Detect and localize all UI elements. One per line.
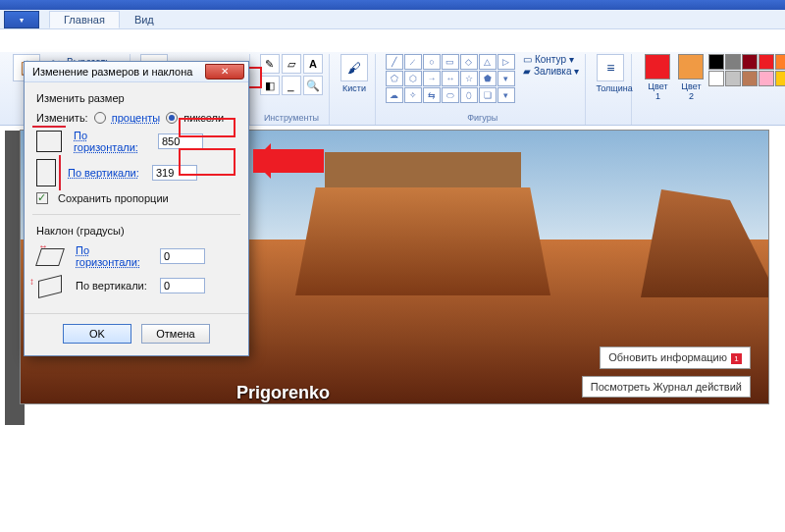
tab-row: ▾ Главная Вид <box>0 10 785 29</box>
skew-v-input[interactable] <box>160 278 205 293</box>
percent-label[interactable]: проценты <box>112 112 161 124</box>
skew-h-icon: ↔ <box>36 244 64 268</box>
palette-swatch[interactable] <box>759 54 774 70</box>
titlebar <box>0 0 785 10</box>
app-menu-button[interactable]: ▾ <box>4 11 39 28</box>
view-activity-log-button[interactable]: Посмотреть Журнал действий <box>582 376 751 398</box>
group-colors: Цвет 1 Цвет 2 <box>636 54 785 125</box>
pencil-tool[interactable]: ✎ <box>260 54 280 74</box>
palette-swatch[interactable] <box>742 54 758 70</box>
palette-swatch[interactable] <box>775 54 785 70</box>
resize-h-icon <box>36 131 62 152</box>
text-tool[interactable]: A <box>303 54 323 74</box>
palette-swatch[interactable] <box>775 71 785 86</box>
group-tools: ✎ ▱ A ◧ ⎯ 🔍 Инструменты <box>254 54 330 125</box>
shape-outline-button[interactable]: ▭Контур▾ <box>523 54 580 65</box>
palette-swatch[interactable] <box>708 54 724 70</box>
eraser-tool[interactable]: ◧ <box>260 76 280 95</box>
keep-ratio-checkbox[interactable] <box>36 192 48 204</box>
fill-icon: ▰ <box>523 66 531 77</box>
dialog-close-button[interactable]: ✕ <box>205 64 244 80</box>
group-thickness: ≡Толщина <box>590 54 632 125</box>
color1-button[interactable]: Цвет 1 <box>642 54 673 101</box>
tab-home[interactable]: Главная <box>49 11 120 28</box>
skew-section-label: Наклон (градусы) <box>36 225 236 237</box>
tab-view[interactable]: Вид <box>120 11 169 28</box>
keep-ratio-label[interactable]: Сохранить пропорции <box>58 192 169 204</box>
skew-h-input[interactable] <box>160 248 205 264</box>
resize-h-input[interactable] <box>158 133 203 149</box>
resize-v-label: По вертикали: <box>68 167 146 179</box>
annotation-arrow <box>253 149 324 173</box>
skew-v-icon: ↕ <box>36 274 64 297</box>
group-shapes: ╱⟋○▭◇△▷ ⬠⬡→↔☆⬟▾ ☁✧⇆⬭⬯❏▾ ▭Контур▾ ▰Заливк… <box>380 54 587 125</box>
shape-fill-button[interactable]: ▰Заливка▾ <box>523 66 580 77</box>
thickness-button[interactable]: ≡Толщина <box>596 54 625 93</box>
palette-swatch[interactable] <box>742 71 758 86</box>
tools-label: Инструменты <box>260 111 323 125</box>
shapes-gallery[interactable]: ╱⟋○▭◇△▷ ⬠⬡→↔☆⬟▾ ☁✧⇆⬭⬯❏▾ <box>386 54 515 103</box>
zoom-tool[interactable]: 🔍 <box>303 76 323 95</box>
resize-skew-dialog: Изменение размеров и наклона ✕ Изменить … <box>24 61 249 356</box>
dialog-title: Изменение размеров и наклона <box>32 66 192 78</box>
profile-name: Prigorenko <box>236 383 330 403</box>
cancel-button[interactable]: Отмена <box>141 324 210 344</box>
resize-v-icon <box>36 159 56 186</box>
by-label: Изменить: <box>36 112 88 124</box>
radio-percent[interactable] <box>94 112 106 124</box>
color2-swatch <box>678 54 704 80</box>
radio-pixels[interactable] <box>166 112 178 124</box>
mesa-main <box>295 152 550 290</box>
palette-swatch[interactable] <box>759 71 774 86</box>
skew-v-label: По вертикали: <box>76 280 154 292</box>
resize-h-label: По горизонтали: <box>74 130 152 153</box>
fill-tool[interactable]: ▱ <box>282 54 301 74</box>
update-info-button[interactable]: Обновить информацию1 <box>600 346 751 369</box>
dialog-titlebar[interactable]: Изменение размеров и наклона ✕ <box>25 62 248 82</box>
palette-swatch[interactable] <box>725 71 741 86</box>
color2-button[interactable]: Цвет 2 <box>675 54 706 101</box>
skew-h-label: По горизонтали: <box>76 244 154 268</box>
shapes-label: Фигуры <box>386 111 580 125</box>
color-palette[interactable] <box>708 54 785 86</box>
highlight-home-tab <box>0 29 59 52</box>
pixels-label[interactable]: пиксели <box>183 112 224 124</box>
palette-swatch[interactable] <box>725 54 741 70</box>
palette-swatch[interactable] <box>708 71 724 86</box>
picker-tool[interactable]: ⎯ <box>282 76 301 95</box>
color1-swatch <box>645 54 670 80</box>
resize-section-label: Изменить размер <box>36 92 236 104</box>
notif-badge: 1 <box>731 353 742 364</box>
brushes-button[interactable]: 🖌Кисти <box>340 54 369 93</box>
resize-v-input[interactable] <box>152 165 197 181</box>
outline-icon: ▭ <box>523 54 532 65</box>
ok-button[interactable]: OK <box>63 324 131 344</box>
group-brushes: 🖌Кисти <box>334 54 376 125</box>
